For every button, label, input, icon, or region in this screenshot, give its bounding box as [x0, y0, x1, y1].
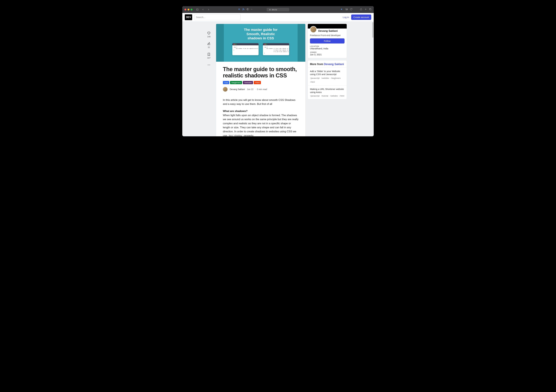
reload-icon[interactable] [350, 8, 352, 11]
svg-point-15 [209, 65, 210, 65]
rss-icon[interactable] [242, 8, 245, 11]
share-icon[interactable] [360, 8, 362, 11]
minimize-icon[interactable] [187, 9, 189, 10]
reader-icon[interactable] [238, 8, 240, 11]
article-content: In this article you will get to know abo… [223, 98, 299, 136]
login-link[interactable]: Log in [343, 16, 349, 18]
scrollbar-thumb[interactable] [372, 22, 373, 38]
svg-point-14 [208, 65, 209, 65]
forward-icon[interactable] [206, 8, 211, 12]
fullscreen-icon[interactable] [191, 9, 193, 10]
url-bar[interactable]: dev.to [267, 8, 289, 11]
svg-point-3 [239, 9, 239, 10]
sidebar-toggle-icon[interactable] [195, 8, 200, 12]
tag-webdev[interactable]: #webdev [243, 81, 253, 84]
svg-rect-9 [347, 9, 347, 10]
heart-button[interactable]: 146 [207, 31, 211, 38]
author-bio: Freelance Front-end developer [308, 33, 347, 37]
svg-rect-12 [370, 9, 371, 10]
related-post[interactable]: Add a 'Slider' to your Website using CSS… [308, 67, 347, 85]
what-paragraph: What are shadows? When light falls upon … [223, 109, 299, 136]
svg-text:A: A [251, 8, 252, 10]
privacy-icon[interactable] [247, 8, 249, 11]
article-card: The master guide for Smooth, Realistic s… [216, 24, 305, 136]
traffic-lights [185, 9, 193, 10]
tabs-icon[interactable] [369, 8, 371, 11]
tag-list: #css #beginners #webdev #html [223, 81, 299, 84]
follow-button[interactable]: Follow [310, 38, 345, 44]
bookmark-button[interactable]: 337 [207, 53, 211, 59]
svg-rect-0 [196, 9, 198, 10]
more-button[interactable] [207, 63, 211, 67]
cover-image: The master guide for Smooth, Realistic s… [216, 24, 305, 62]
lock-icon [269, 9, 271, 10]
more-from-heading: More from Devang Saklani [308, 60, 347, 67]
unicorn-button[interactable]: 32 [207, 42, 211, 48]
cover-code-left: .box { box-shadow: 0 3px 3px rgba(0,0,0,… [232, 43, 259, 55]
bookmark-count: 337 [207, 57, 210, 59]
unicorn-icon [207, 42, 211, 45]
svg-rect-7 [270, 10, 270, 10]
svg-point-4 [242, 10, 243, 10]
new-tab-icon[interactable] [364, 8, 367, 11]
text-size-icon[interactable]: A [251, 8, 253, 11]
tag-beginners[interactable]: #beginners [230, 81, 242, 84]
site-header: DEV Log in Create account [182, 13, 374, 22]
author-card-name[interactable]: Devang Saklani [318, 30, 338, 33]
byline: Devang Saklani Jun 22 · 3 min read [223, 87, 299, 92]
reaction-rail: 146 32 337 [204, 24, 214, 136]
read-time: · 3 min read [256, 88, 267, 90]
intro-paragraph: In this article you will get to know abo… [223, 98, 299, 106]
joined-value: Jun 3, 2021 [310, 53, 345, 56]
url-text: dev.to [272, 8, 277, 11]
dots-icon [207, 63, 211, 67]
more-from-author-link[interactable]: Devang Saklani [324, 63, 344, 66]
cover-title: The master guide for Smooth, Realistic s… [244, 28, 278, 40]
pip-icon[interactable] [345, 8, 348, 11]
heart-icon [207, 31, 211, 35]
unicorn-count: 32 [208, 46, 210, 48]
related-post[interactable]: Making a URL Shortener website using Axi… [308, 85, 347, 99]
browser-window: A dev.to DEV Log in Create account [182, 6, 374, 136]
close-icon[interactable] [185, 9, 186, 10]
location-label: LOCATION [310, 45, 345, 47]
search-input[interactable] [194, 14, 241, 20]
author-card-avatar[interactable] [310, 26, 317, 33]
site-logo[interactable]: DEV [185, 14, 192, 20]
mute-icon[interactable] [341, 8, 343, 11]
bookmark-icon [207, 53, 211, 56]
author-name[interactable]: Devang Saklani [230, 88, 245, 90]
heart-count: 146 [207, 36, 210, 38]
publish-date: Jun 22 [247, 88, 254, 90]
location-value: Uttarakhand, India [310, 47, 345, 50]
author-card: Devang Saklani Freelance Front-end devel… [308, 24, 347, 58]
tag-html[interactable]: #html [254, 81, 261, 84]
more-from-card: More from Devang Saklani Add a 'Slider' … [308, 60, 347, 99]
browser-titlebar: A dev.to [182, 6, 374, 13]
page-body: DEV Log in Create account 146 32 337 [182, 13, 374, 136]
tag-css[interactable]: #css [223, 81, 229, 84]
author-avatar[interactable] [223, 87, 228, 92]
cover-code-right: .box { box-shadow: 0 1.5px 2.8px rgba(0,… [263, 43, 289, 55]
back-icon[interactable] [201, 8, 205, 12]
joined-label: JOINED [310, 51, 345, 53]
create-account-button[interactable]: Create account [351, 15, 371, 20]
svg-point-13 [208, 65, 208, 65]
article-title: The master guide to smooth, realistic sh… [223, 66, 299, 79]
